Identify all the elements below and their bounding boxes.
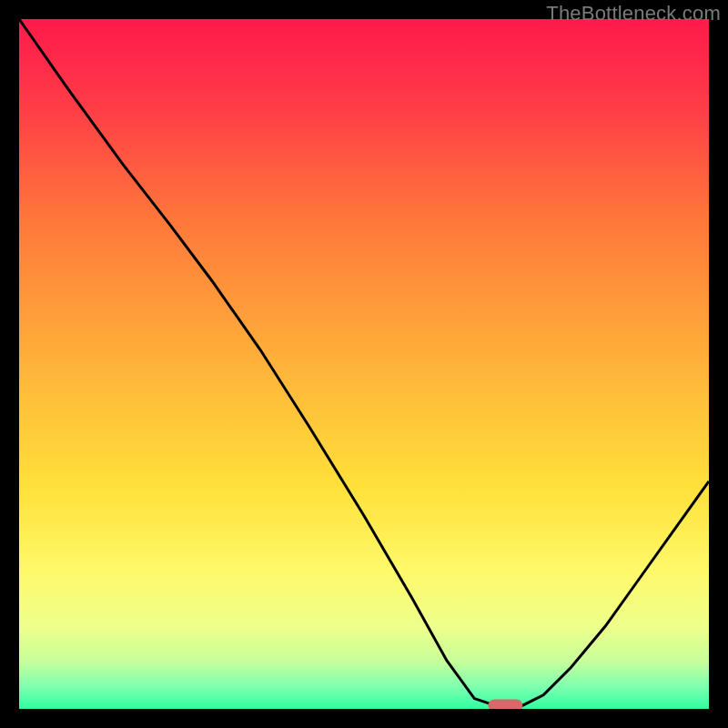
plot-area	[19, 19, 709, 709]
gradient-background	[19, 19, 709, 709]
optimal-point-marker	[488, 699, 522, 709]
watermark-text: TheBottleneck.com	[546, 2, 721, 25]
plot-svg	[19, 19, 709, 709]
chart-frame: TheBottleneck.com	[0, 0, 728, 728]
